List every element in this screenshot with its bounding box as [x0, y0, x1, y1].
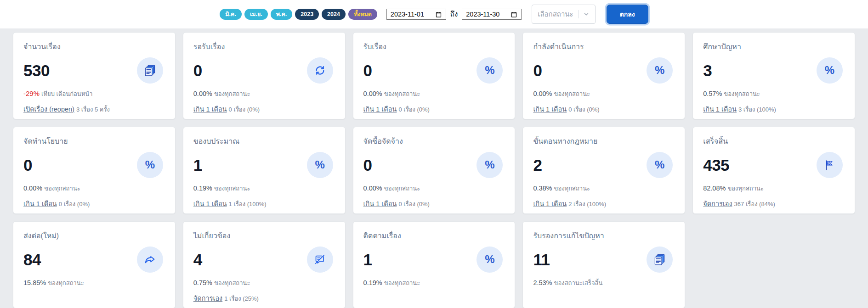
- card-link-line: เกิน 1 เดือน 2 เรื่อง (100%): [533, 198, 675, 209]
- link-detail: 1 เรื่อง (100%): [229, 201, 267, 207]
- percent-glyph: %: [485, 158, 494, 171]
- stat-card-policy: จัดทำนโยบาย 0 % 0.00% ของทุกสถานะ เกิน 1…: [13, 127, 176, 214]
- card-link-line: เกิน 1 เดือน 0 เรื่อง (0%): [363, 198, 505, 209]
- card-percent-line: 0.75% ของทุกสถานะ: [193, 278, 335, 288]
- share-forward-icon: [137, 246, 163, 273]
- card-title: ขั้นตอนทางกฎหมาย: [533, 135, 675, 147]
- trend-value: -29%: [23, 90, 40, 97]
- stat-card-completed: เสร็จสิ้น 435 82.08% ของทุกสถานะ จัดการเ…: [692, 127, 855, 214]
- chat-off-icon: [307, 246, 333, 273]
- card-percent-line: 82.08% ของทุกสถานะ: [703, 184, 845, 193]
- stat-card-forwarded: ส่งต่อ(ใหม่) 84 15.85% ของทุกสถานะ: [13, 221, 176, 308]
- card-title: จัดซื้อจัดจ้าง: [363, 135, 505, 147]
- card-link-line: เกิน 1 เดือน 0 เรื่อง (0%): [23, 198, 165, 209]
- percent-label: ของทุกสถานะ: [727, 185, 763, 192]
- stat-card-in-progress: กำลังดำเนินการ 0 % 0.00% ของทุกสถานะ เกิ…: [522, 32, 685, 119]
- percent-value: 0.00%: [23, 185, 42, 192]
- overdue-link[interactable]: เกิน 1 เดือน: [533, 106, 567, 113]
- date-to-value: 2023-11-30: [466, 11, 499, 18]
- trend-label: เทียบ เดือนก่อนหน้า: [41, 90, 92, 97]
- percent-label: ของทุกสถานะ: [384, 185, 420, 192]
- stat-card-follow-up: ติดตามเรื่อง 1 % 0.19% ของทุกสถานะ: [353, 221, 516, 308]
- percent-value: 2.53%: [533, 279, 552, 286]
- select-divider: [578, 10, 579, 18]
- month-pill-3[interactable]: พ.ค.: [271, 9, 293, 20]
- card-link-line: เกิน 1 เดือน 0 เรื่อง (0%): [533, 104, 675, 114]
- overdue-link[interactable]: เกิน 1 เดือน: [193, 200, 227, 207]
- overdue-link[interactable]: เกิน 1 เดือน: [193, 106, 227, 113]
- card-value: 0: [193, 62, 202, 78]
- overdue-link[interactable]: เกิน 1 เดือน: [363, 200, 397, 207]
- overdue-link[interactable]: เกิน 1 เดือน: [533, 200, 567, 207]
- calendar-icon[interactable]: [435, 11, 442, 18]
- percent-label: ของทุกสถานะ: [48, 280, 84, 286]
- overdue-link[interactable]: เกิน 1 เดือน: [23, 200, 57, 207]
- percent-icon: %: [477, 57, 503, 84]
- card-value: 0: [23, 157, 32, 173]
- year-pill-2023[interactable]: 2023: [295, 9, 319, 20]
- link-detail: 0 เรื่อง (0%): [398, 106, 429, 113]
- percent-value: 0.00%: [193, 90, 212, 97]
- percent-label: ของทุกสถานะ: [44, 185, 80, 192]
- percent-value: 0.19%: [193, 185, 212, 192]
- percent-icon: %: [307, 152, 333, 178]
- card-link-line: จัดการเอง 1 เรื่อง (25%): [193, 293, 335, 303]
- card-link-line: เกิน 1 เดือน 3 เรื่อง (100%): [703, 104, 845, 114]
- card-value: 84: [23, 252, 41, 268]
- year-pill-2024[interactable]: 2024: [322, 9, 346, 20]
- self-managed-link[interactable]: จัดการเอง: [193, 295, 222, 302]
- percent-glyph: %: [655, 64, 664, 77]
- card-title: กำลังดำเนินการ: [533, 41, 675, 52]
- submit-button[interactable]: ตกลง: [607, 5, 648, 24]
- stat-card-procurement: จัดซื้อจัดจ้าง 0 % 0.00% ของทุกสถานะ เกิ…: [353, 127, 516, 214]
- stat-card-waiting: รอรับเรื่อง 0 0.00% ของทุกสถานะ เกิน 1 เ…: [183, 32, 346, 119]
- percent-label: ของทุกสถานะ: [214, 90, 250, 97]
- date-to-input[interactable]: 2023-11-30: [462, 9, 522, 20]
- card-value: 2: [533, 157, 542, 173]
- stat-card-irrelevant: ไม่เกี่ยวข้อง 4 0.75% ของทุกสถานะ จัดการ…: [183, 221, 346, 308]
- stat-card-legal: ขั้นตอนทางกฎหมาย 2 % 0.38% ของทุกสถานะ เ…: [522, 127, 685, 214]
- card-title: รับรองการแก้ไขปัญหา: [533, 230, 675, 241]
- finish-flag-icon: [817, 152, 843, 178]
- percent-value: 0.75%: [193, 279, 212, 286]
- stats-grid: จำนวนเรื่อง 530 -29% เทียบ เดือนก่อนหน้า…: [0, 28, 868, 308]
- percent-icon: %: [477, 152, 503, 178]
- percent-value: 0.00%: [363, 90, 382, 97]
- card-percent-line: 0.00% ของทุกสถานะ: [363, 89, 505, 99]
- link-detail: 367 เรื่อง (84%): [734, 201, 775, 207]
- percent-value: 0.19%: [363, 279, 382, 286]
- overdue-link[interactable]: เกิน 1 เดือน: [363, 106, 397, 113]
- card-value: 0: [363, 157, 372, 173]
- card-value: 0: [533, 62, 542, 78]
- calendar-icon[interactable]: [511, 11, 517, 18]
- overdue-link[interactable]: เกิน 1 เดือน: [703, 106, 737, 113]
- link-detail: 0 เรื่อง (0%): [568, 106, 599, 113]
- reopen-link[interactable]: เปิดเรื่อง (reopen): [23, 106, 74, 113]
- status-select[interactable]: เลือกสถานะ: [532, 5, 595, 24]
- self-managed-link[interactable]: จัดการเอง: [703, 200, 732, 207]
- card-value: 1: [363, 252, 372, 268]
- month-pill-1[interactable]: มิ.ค.: [220, 9, 242, 20]
- percent-glyph: %: [655, 158, 664, 171]
- percent-glyph: %: [825, 64, 834, 77]
- date-from-input[interactable]: 2023-11-01: [386, 9, 446, 20]
- all-pill[interactable]: ทั้งหมด: [348, 9, 377, 20]
- percent-label: ของทุกสถานะ: [554, 185, 590, 192]
- date-range-group: 2023-11-01 ถึง 2023-11-30: [386, 9, 522, 20]
- chevron-down-icon: [583, 11, 590, 17]
- card-title: จำนวนเรื่อง: [23, 41, 165, 52]
- card-link-line: เกิน 1 เดือน 0 เรื่อง (0%): [193, 104, 335, 114]
- percent-icon: %: [647, 57, 673, 84]
- card-percent-line: 2.53% ของสถานะเสร็จสิ้น: [533, 278, 675, 288]
- month-pill-2[interactable]: เม.ย.: [244, 9, 268, 20]
- percent-glyph: %: [485, 64, 494, 77]
- card-title: ส่งต่อ(ใหม่): [23, 230, 165, 241]
- percent-label: ของทุกสถานะ: [384, 280, 420, 286]
- card-value: 435: [703, 157, 729, 173]
- link-detail: 1 เรื่อง (25%): [224, 295, 259, 302]
- card-percent-line: 0.00% ของทุกสถานะ: [23, 184, 165, 193]
- stat-card-study: ศึกษาปัญหา 3 % 0.57% ของทุกสถานะ เกิน 1 …: [692, 32, 855, 119]
- percent-value: 0.00%: [533, 90, 552, 97]
- card-percent-line: 0.38% ของทุกสถานะ: [533, 184, 675, 193]
- link-detail: 0 เรื่อง (0%): [229, 106, 260, 113]
